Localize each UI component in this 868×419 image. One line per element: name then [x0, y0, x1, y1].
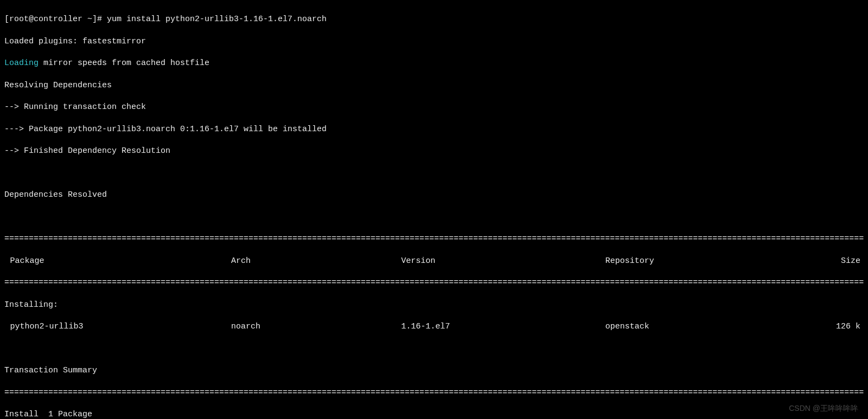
- output-line: Dependencies Resolved: [4, 190, 864, 201]
- output-line: Resolving Dependencies: [4, 80, 864, 91]
- output-line: Install 1 Package: [4, 409, 864, 419]
- cell-repository: openstack: [605, 321, 793, 332]
- separator-double: ========================================…: [4, 388, 864, 398]
- output-line: Transaction Summary: [4, 365, 864, 376]
- cell-arch: noarch: [231, 321, 401, 332]
- prompt-line-1: [root@controller ~]# yum install python2…: [4, 14, 864, 25]
- terminal[interactable]: [root@controller ~]# yum install python2…: [0, 0, 868, 419]
- output-line: --> Finished Dependency Resolution: [4, 146, 864, 157]
- loading-word: Loading: [4, 59, 39, 68]
- blank-line: [4, 212, 864, 223]
- table-row: python2-urllib3 noarch 1.16-1.el7 openst…: [4, 321, 864, 332]
- separator-double: ========================================…: [4, 278, 864, 288]
- cell-size: 126 k: [793, 321, 864, 332]
- table-header-repository: Repository: [605, 256, 793, 267]
- blank-line: [4, 168, 864, 179]
- command: yum install python2-urllib3-1.16-1.el7.n…: [107, 15, 327, 24]
- table-header-arch: Arch: [231, 256, 401, 267]
- table-header-version: Version: [401, 256, 605, 267]
- output-line: ---> Package python2-urllib3.noarch 0:1.…: [4, 124, 864, 135]
- table-header-size: Size: [793, 256, 864, 267]
- table-header-row: Package Arch Version Repository Size: [4, 256, 864, 267]
- separator-double: ========================================…: [4, 234, 864, 244]
- cell-version: 1.16-1.el7: [401, 321, 605, 332]
- table-header-package: Package: [4, 256, 231, 267]
- loading-rest: mirror speeds from cached hostfile: [39, 59, 209, 68]
- output-line: Loaded plugins: fastestmirror: [4, 36, 864, 47]
- installing-header: Installing:: [4, 300, 864, 311]
- output-line: --> Running transaction check: [4, 102, 864, 113]
- prompt: [root@controller ~]#: [4, 15, 102, 24]
- output-line: Loading mirror speeds from cached hostfi…: [4, 58, 864, 69]
- cell-package: python2-urllib3: [4, 321, 231, 332]
- blank-line: [4, 344, 864, 354]
